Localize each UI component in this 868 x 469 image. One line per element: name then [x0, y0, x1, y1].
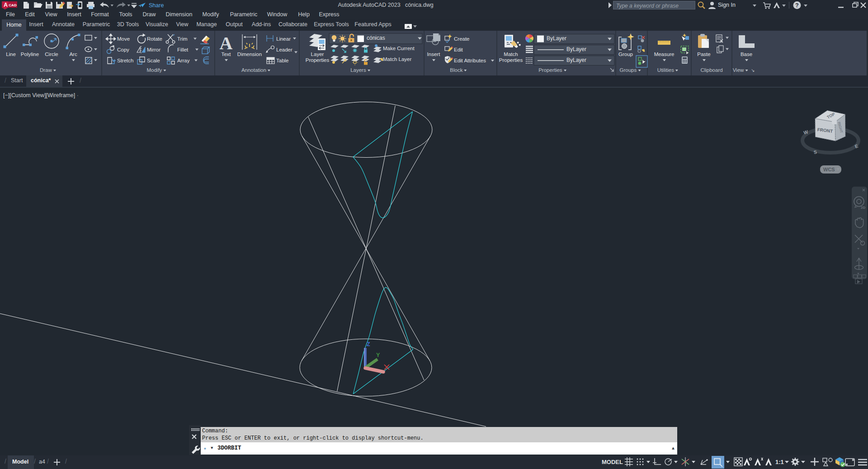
svg-text:Y: Y — [376, 352, 380, 358]
svg-text:A: A — [220, 33, 233, 53]
svg-text:WCS: WCS — [823, 167, 835, 172]
svg-text:2D: 2D — [861, 206, 865, 210]
svg-text:1:1: 1:1 — [775, 459, 784, 465]
svg-text:W: W — [803, 129, 809, 135]
svg-text:Z: Z — [367, 341, 370, 347]
svg-text:?: ? — [795, 2, 798, 9]
